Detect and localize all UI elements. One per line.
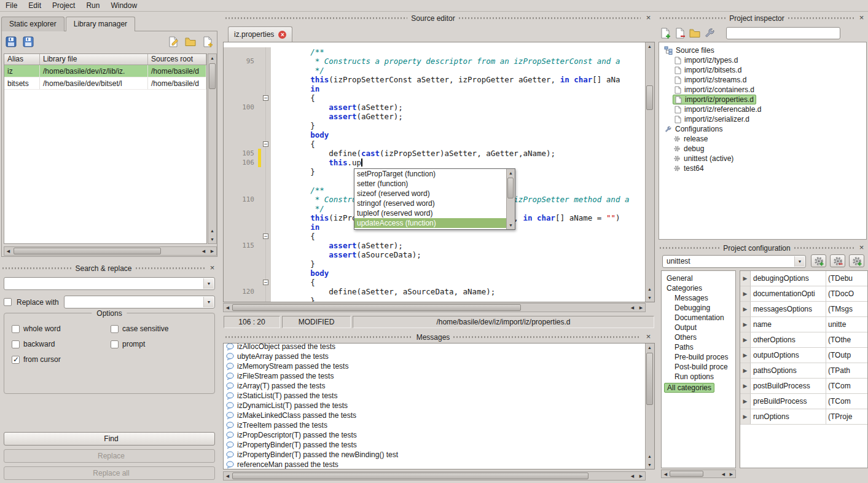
load-libraries-button[interactable]: [21, 34, 36, 49]
checkbox-case-sensitive[interactable]: [111, 325, 119, 333]
scroll-thumb[interactable]: [14, 248, 161, 254]
category-categories[interactable]: Categories: [662, 283, 735, 293]
remove-config-button[interactable]: [830, 254, 845, 267]
code-editor[interactable]: /**95 * Constructs a property descriptor…: [223, 42, 655, 302]
tree-file-import-iz-referencable-d[interactable]: import/iz/referencable.d: [659, 104, 866, 114]
fold-collapse-icon[interactable]: −: [263, 234, 268, 239]
fold-collapse-icon[interactable]: −: [263, 141, 268, 147]
completion-item[interactable]: setPropTarget (function): [354, 169, 506, 179]
tree-config-release[interactable]: release: [659, 134, 866, 144]
message-item[interactable]: izMemoryStream passed the tests: [224, 361, 645, 371]
messages-vscrollbar[interactable]: ▲ ▲ ▼: [645, 344, 654, 469]
add-folder-button[interactable]: [688, 26, 702, 40]
scroll-right-icon[interactable]: ▶: [637, 304, 645, 312]
tree-file-import-iz-properties-d[interactable]: import/iz/properties.d: [659, 95, 866, 104]
completion-item[interactable]: tupleof (reserved word): [354, 208, 506, 218]
message-item[interactable]: izFileStream passed the tests: [224, 371, 645, 381]
expand-arrow-icon[interactable]: ▶: [740, 332, 751, 347]
tree-config-debug[interactable]: debug: [659, 144, 866, 154]
completion-scrollbar[interactable]: ▲ ▼: [506, 169, 515, 229]
category-general[interactable]: General: [662, 273, 735, 283]
category-run-options[interactable]: Run options: [662, 372, 735, 382]
option-from-cursor[interactable]: from cursor: [12, 355, 111, 364]
close-icon[interactable]: ×: [208, 264, 216, 272]
editor-tab[interactable]: iz.properties ×: [228, 26, 292, 42]
save-libraries-button[interactable]: [4, 34, 18, 49]
close-icon[interactable]: ×: [644, 14, 652, 22]
scroll-up-icon[interactable]: ▲: [507, 169, 515, 177]
replace-button[interactable]: Replace: [4, 449, 215, 463]
property-row-debugingoptions[interactable]: ▶debugingOptions(TDebu: [740, 271, 867, 286]
tree-config-unittest-active[interactable]: unittest (active): [659, 154, 866, 163]
scroll-down-icon[interactable]: ▼: [646, 461, 654, 469]
tree-node-source-files[interactable]: Source files: [659, 45, 866, 55]
property-row-name[interactable]: ▶nameunitte: [740, 317, 867, 332]
find-button[interactable]: Find: [4, 432, 215, 446]
column-header-library-file[interactable]: Library file: [40, 54, 148, 65]
tree-config-test64[interactable]: test64: [659, 163, 866, 173]
menu-project[interactable]: Project: [47, 0, 80, 11]
menu-run[interactable]: Run: [80, 0, 105, 11]
dropdown-arrow-icon[interactable]: ▼: [203, 297, 214, 307]
fold-collapse-icon[interactable]: −: [263, 280, 268, 285]
tree-file-import-iz-bitsets-d[interactable]: import/iz/bitsets.d: [659, 65, 866, 75]
checkbox-from-cursor[interactable]: [12, 356, 20, 364]
dropdown-arrow-icon[interactable]: ▼: [203, 278, 214, 289]
replace-with-checkbox[interactable]: [4, 298, 12, 306]
remove-source-button[interactable]: [673, 26, 687, 40]
scroll-down-icon[interactable]: ▼: [208, 235, 216, 243]
scroll-up-icon[interactable]: ▲: [646, 452, 654, 460]
scroll-left-icon[interactable]: ◀: [224, 472, 232, 480]
property-row-runoptions[interactable]: ▶runOptions(TProje: [740, 409, 867, 425]
menu-window[interactable]: Window: [105, 0, 143, 11]
scroll-up-icon[interactable]: ▲: [646, 42, 654, 50]
inspector-filter-input[interactable]: [726, 27, 840, 39]
expand-arrow-icon[interactable]: ▶: [740, 379, 751, 393]
category-paths[interactable]: Paths: [662, 342, 735, 352]
message-item[interactable]: izMakeLinkedClass passed the tests: [224, 410, 645, 420]
expand-arrow-icon[interactable]: ▶: [740, 394, 751, 409]
configuration-selector[interactable]: unittest ▼: [662, 255, 806, 268]
checkbox-backward[interactable]: [12, 340, 20, 348]
property-row-outputoptions[interactable]: ▶outputOptions(TOutp: [740, 348, 867, 363]
scroll-down-icon[interactable]: ▼: [646, 294, 654, 302]
editor-hscrollbar[interactable]: ◀ ◀ ▶: [223, 303, 646, 312]
category-post-build-proce[interactable]: Post-build proce: [662, 362, 735, 372]
scroll-up-icon[interactable]: ▲: [208, 227, 216, 235]
add-library-button[interactable]: [200, 34, 215, 49]
editor-vscrollbar[interactable]: ▲ ▲ ▼: [645, 42, 654, 302]
close-icon[interactable]: ×: [858, 14, 866, 22]
property-row-documentationopti[interactable]: ▶documentationOpti(TDocO: [740, 286, 867, 302]
property-row-postbuildprocess[interactable]: ▶postBuildProcess(TCom: [740, 379, 867, 394]
completion-item[interactable]: updateAccess (function): [354, 218, 506, 228]
edit-alias-button[interactable]: [166, 34, 181, 49]
scroll-thumb[interactable]: [232, 304, 521, 311]
tab-library-manager[interactable]: Library manager: [66, 17, 135, 31]
message-item[interactable]: referenceMan passed the tests: [224, 460, 645, 469]
message-item[interactable]: ubyteArray passed the tests: [224, 351, 645, 361]
replace-all-button[interactable]: Replace all: [4, 466, 215, 480]
category-debugging[interactable]: Debugging: [662, 303, 735, 313]
message-item[interactable]: izPropertyBinder(T) passed the tests: [224, 440, 645, 450]
scroll-down-icon[interactable]: ▼: [507, 221, 515, 229]
category-messages[interactable]: Messages: [662, 293, 735, 303]
scroll-right-icon[interactable]: ▶: [208, 247, 216, 255]
option-case-sensitive[interactable]: case sensitive: [111, 324, 209, 333]
category-output[interactable]: Output: [662, 323, 735, 332]
project-options-button[interactable]: [703, 26, 716, 40]
expand-arrow-icon[interactable]: ▶: [740, 286, 751, 301]
message-item[interactable]: izPropertyBinder(T) passed the newBindin…: [224, 450, 645, 460]
tree-node-configurations[interactable]: Configurations: [659, 124, 866, 134]
expand-arrow-icon[interactable]: ▶: [740, 409, 751, 424]
scroll-left-icon[interactable]: ◀: [200, 247, 208, 255]
completion-item[interactable]: sizeof (reserved word): [354, 189, 506, 198]
scroll-thumb[interactable]: [670, 471, 703, 477]
expand-arrow-icon[interactable]: ▶: [740, 271, 751, 286]
scroll-thumb[interactable]: [646, 353, 653, 405]
scroll-up-icon[interactable]: ▲: [646, 344, 654, 351]
fold-collapse-icon[interactable]: −: [263, 95, 268, 101]
property-row-prebuildprocess[interactable]: ▶preBuildProcess(TCom: [740, 394, 867, 409]
menu-file[interactable]: File: [0, 0, 23, 11]
option-prompt[interactable]: prompt: [111, 340, 209, 348]
tab-static-explorer[interactable]: Static explorer: [1, 17, 65, 31]
